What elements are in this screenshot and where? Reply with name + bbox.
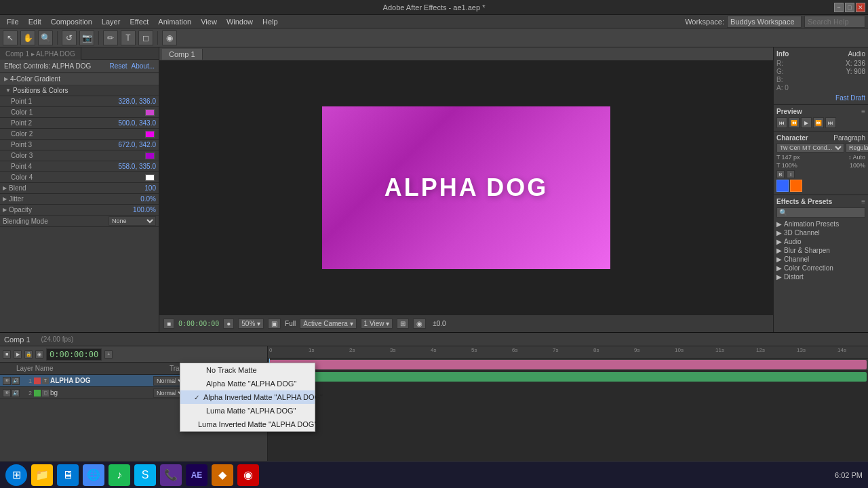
tl-lock-btn[interactable]: 🔒 — [24, 350, 33, 359]
fill-color[interactable] — [776, 180, 789, 192]
timeline-tab[interactable]: Comp 1 — [4, 336, 31, 344]
point1-value[interactable]: 328.0, 336.0 — [118, 98, 156, 105]
point4-value[interactable]: 558.0, 335.0 — [118, 163, 156, 170]
taskbar-ae[interactable]: AE — [186, 464, 208, 486]
effects-cat-blur[interactable]: ▶ Blur & Sharpen — [776, 246, 865, 255]
views-dropdown[interactable]: 1 View ▾ — [361, 319, 393, 329]
restore-button[interactable]: □ — [845, 3, 854, 12]
dropdown-item-luma-inverted[interactable]: Luma Inverted Matte "ALPHA DOG" — [180, 418, 315, 431]
viewer-toggle-btn[interactable]: ■ — [163, 319, 174, 329]
project-tab[interactable]: Comp 1 ▸ ALPHA DOG — [0, 47, 81, 60]
menu-animation[interactable]: Animation — [154, 16, 195, 27]
effect-controls-reset[interactable]: Reset — [109, 62, 127, 70]
point2-value[interactable]: 500.0, 343.0 — [118, 119, 156, 127]
zoom-dropdown[interactable]: 50% ▾ — [238, 319, 264, 329]
font-style-selector[interactable]: Regular — [846, 143, 868, 152]
layer1-lock-btn[interactable]: 🔊 — [12, 377, 20, 385]
menu-window[interactable]: Window — [222, 16, 257, 27]
blend-value[interactable]: 100 — [144, 184, 156, 192]
taskbar-app2[interactable]: ◆ — [212, 464, 233, 486]
grid-btn[interactable]: ⊞ — [397, 319, 409, 329]
effects-cat-animation[interactable]: ▶ Animation Presets — [776, 220, 865, 228]
point3-value[interactable]: 672.0, 342.0 — [118, 141, 156, 148]
info-panel: Info Audio R: X: 236 G: Y: 908 B: — [774, 47, 868, 105]
dropdown-item-no-track[interactable]: No Track Matte — [180, 363, 315, 377]
taskbar-clock: 6:02 PM — [835, 471, 863, 479]
camera-dropdown[interactable]: Active Camera ▾ — [300, 319, 356, 329]
layer2-lock-btn[interactable]: 🔊 — [12, 389, 20, 397]
dropdown-item-luma-matte[interactable]: Luma Matte "ALPHA DOG" — [180, 404, 315, 418]
taskbar-skype[interactable]: S — [134, 464, 156, 486]
preview-next-btn[interactable]: ⏩ — [813, 117, 824, 128]
taskbar-chrome[interactable]: 🌐 — [83, 464, 104, 486]
tool-hand[interactable]: ✋ — [20, 30, 35, 45]
jitter-value[interactable]: 0.0% — [140, 195, 156, 203]
taskbar-start[interactable]: ⊞ — [5, 464, 27, 486]
tool-camera[interactable]: 📷 — [79, 30, 94, 45]
tool-zoom[interactable]: 🔍 — [38, 30, 53, 45]
menu-layer[interactable]: Layer — [98, 16, 125, 27]
taskbar-phone[interactable]: 📞 — [160, 464, 182, 486]
character-panel: Character Paragraph Tw Cen MT Cond... Re… — [774, 131, 868, 195]
tl-play-btn[interactable]: ▶ — [14, 350, 22, 359]
workspace-selector[interactable] — [727, 16, 802, 28]
tool-pen[interactable]: ✏ — [103, 30, 118, 45]
color2-swatch[interactable] — [145, 131, 155, 138]
effects-cat-3d[interactable]: ▶ 3D Channel — [776, 228, 865, 237]
font-selector[interactable]: Tw Cen MT Cond... — [776, 143, 844, 152]
tool-shape[interactable]: ◻ — [138, 30, 153, 45]
preview-last-btn[interactable]: ⏭ — [825, 117, 836, 128]
tl-add-btn[interactable]: + — [104, 350, 113, 359]
bold-btn[interactable]: B — [776, 170, 785, 178]
preview-prev-btn[interactable]: ⏪ — [789, 117, 800, 128]
menu-help[interactable]: Help — [258, 16, 282, 27]
positions-colors-header[interactable]: ▼ Positions & Colors — [0, 85, 159, 96]
close-button[interactable]: ✕ — [856, 3, 865, 12]
color1-swatch[interactable] — [145, 109, 155, 116]
preview-first-btn[interactable]: ⏮ — [776, 117, 787, 128]
blending-mode-select[interactable]: None Normal — [108, 216, 156, 226]
color4-swatch[interactable] — [145, 174, 155, 181]
menu-edit[interactable]: Edit — [24, 16, 45, 27]
layer2-color-bar — [34, 390, 41, 396]
menu-file[interactable]: File — [3, 16, 23, 27]
effects-cat-color[interactable]: ▶ Color Correction — [776, 264, 865, 272]
help-search-input[interactable] — [804, 16, 865, 28]
comp1-tab[interactable]: Comp 1 — [162, 49, 203, 60]
tl-toggle-btn[interactable]: ■ — [3, 350, 11, 359]
taskbar-browser[interactable]: 🖥 — [57, 464, 79, 486]
quality-label: Full — [285, 320, 296, 327]
effects-cat-distort[interactable]: ▶ Distort — [776, 272, 865, 281]
color3-swatch[interactable] — [145, 152, 155, 159]
taskbar-files[interactable]: 📁 — [31, 464, 53, 486]
effects-search-input[interactable] — [776, 207, 865, 218]
tl-solo-btn[interactable]: ◉ — [35, 350, 43, 359]
minimize-button[interactable]: − — [834, 3, 844, 12]
dropdown-item-alpha-matte[interactable]: Alpha Matte "ALPHA DOG" — [180, 377, 315, 390]
dropdown-item-alpha-inverted[interactable]: ✓ Alpha Inverted Matte "ALPHA DOG" — [180, 390, 315, 404]
effect-gradient-header[interactable]: ▶ 4-Color Gradient — [0, 73, 159, 85]
effects-cat-channel[interactable]: ▶ Channel — [776, 255, 865, 264]
layer1-shy-btn[interactable]: 👁 — [3, 377, 11, 385]
quality-btn[interactable]: ▣ — [268, 319, 281, 329]
tool-rotate[interactable]: ↺ — [62, 30, 77, 45]
ruler-label-2s: 2s — [349, 347, 355, 353]
viewer-record-btn[interactable]: ● — [223, 319, 234, 329]
tool-puppet[interactable]: ◉ — [162, 30, 177, 45]
taskbar-music[interactable]: ♪ — [108, 464, 130, 486]
menu-view[interactable]: View — [197, 16, 221, 27]
menu-effect[interactable]: Effect — [125, 16, 153, 27]
effects-cat-audio[interactable]: ▶ Audio — [776, 237, 865, 246]
tool-text[interactable]: T — [121, 30, 136, 45]
menu-composition[interactable]: Composition — [47, 16, 96, 27]
stroke-color[interactable] — [790, 180, 802, 192]
tool-select[interactable]: ↖ — [3, 30, 18, 45]
effect-controls-about[interactable]: About... — [132, 62, 155, 70]
taskbar-app3[interactable]: ◉ — [237, 464, 259, 486]
layer2-shy-btn[interactable]: 👁 — [3, 389, 11, 397]
italic-btn[interactable]: I — [787, 170, 795, 178]
overlay-btn[interactable]: ◉ — [413, 319, 426, 329]
opacity-row: ▶ Opacity 100.0% — [0, 205, 159, 216]
preview-play-btn[interactable]: ▶ — [801, 117, 812, 128]
opacity-value[interactable]: 100.0% — [133, 206, 156, 214]
